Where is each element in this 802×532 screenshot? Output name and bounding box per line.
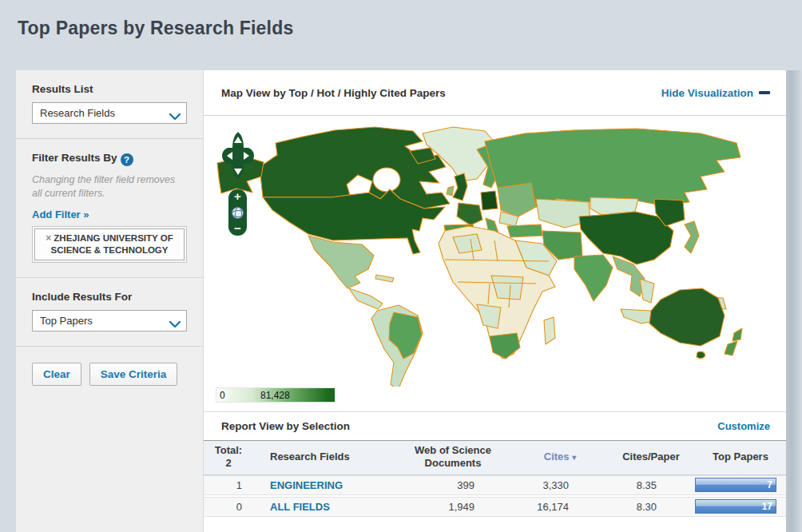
zoom-in-icon[interactable]: + <box>234 191 241 202</box>
column-research-fields: Research Fields <box>253 451 393 463</box>
top-papers-bar[interactable]: 7 <box>695 478 776 492</box>
rank-cell: 1 <box>204 479 253 491</box>
chevron-down-icon <box>169 317 181 332</box>
wos-documents-cell: 1,949 <box>393 501 513 513</box>
cites-cell: 16,174 <box>513 501 607 513</box>
clear-button[interactable]: Clear <box>32 363 81 386</box>
map-header: Map View by Top / Hot / Highly Cited Pap… <box>204 70 786 116</box>
pan-control[interactable] <box>221 130 255 181</box>
table-row: 0 ALL FIELDS 1,949 16,174 8.30 17 <box>204 497 786 517</box>
page-title: Top Papers by Research Fields <box>18 18 293 39</box>
remove-filter-icon[interactable]: × <box>46 232 51 244</box>
include-results-section: Include Results For Top Papers <box>16 278 203 347</box>
map-legend: 0 81,428 <box>216 387 335 403</box>
field-link[interactable]: ENGINEERING <box>253 479 393 491</box>
results-list-select[interactable]: Research Fields <box>32 102 187 124</box>
chevron-down-icon <box>169 109 181 124</box>
world-choropleth-map[interactable] <box>213 119 768 387</box>
main-panel: Map View by Top / Hot / Highly Cited Pap… <box>204 70 786 532</box>
column-top-papers: Top Papers <box>695 451 786 463</box>
top-papers-bar-cell: 17 <box>695 499 786 514</box>
total-header: Total: 2 <box>204 444 253 470</box>
cites-cell: 3,330 <box>513 479 607 491</box>
results-list-label: Results List <box>32 83 187 95</box>
include-results-value: Top Papers <box>40 315 93 327</box>
include-results-select[interactable]: Top Papers <box>32 310 187 332</box>
minus-icon <box>759 91 770 94</box>
save-criteria-button[interactable]: Save Criteria <box>89 363 178 386</box>
table-header-row: Total: 2 Research Fields Web of Science … <box>204 440 786 475</box>
include-results-label: Include Results For <box>32 291 187 303</box>
customize-link[interactable]: Customize <box>717 420 770 432</box>
sort-down-icon: ▾ <box>572 453 576 462</box>
report-table: Total: 2 Research Fields Web of Science … <box>204 440 786 518</box>
field-link[interactable]: ALL FIELDS <box>253 501 393 513</box>
wos-documents-cell: 399 <box>393 479 513 491</box>
column-cites-sort[interactable]: Cites ▾ <box>513 451 607 463</box>
filter-label: Filter Results By? <box>32 152 187 166</box>
results-list-value: Research Fields <box>40 107 115 119</box>
cites-per-paper-cell: 8.35 <box>607 479 695 491</box>
zoom-out-icon[interactable]: − <box>234 223 241 234</box>
report-view-title: Report View by Selection <box>221 420 350 432</box>
panel-edge-shadow <box>786 70 802 532</box>
content-panel: Results List Research Fields Filter Resu… <box>16 70 786 532</box>
map-view-title: Map View by Top / Hot / Highly Cited Pap… <box>221 87 446 99</box>
filter-note: Changing the filter field removes all cu… <box>32 173 187 200</box>
filter-section: Filter Results By? Changing the filter f… <box>16 139 203 278</box>
add-filter-link[interactable]: Add Filter » <box>32 208 89 220</box>
map-controls: + − <box>221 130 256 236</box>
globe-icon[interactable] <box>232 207 244 219</box>
top-papers-bar-cell: 7 <box>695 478 786 492</box>
column-cites-per-paper: Cites/Paper <box>607 451 695 463</box>
legend-max: 81,428 <box>260 390 290 401</box>
cites-per-paper-cell: 8.30 <box>607 501 695 513</box>
zoom-control[interactable]: + − <box>228 189 247 236</box>
hide-visualization-link[interactable]: Hide Visualization <box>661 87 770 99</box>
rank-cell: 0 <box>204 501 253 513</box>
filter-tag[interactable]: ×ZHEJIANG UNIVERSITY OF SCIENCE & TECHNO… <box>34 228 185 261</box>
filter-tag-label: ZHEJIANG UNIVERSITY OF SCIENCE & TECHNOL… <box>51 233 173 256</box>
results-list-section: Results List Research Fields <box>16 70 203 139</box>
report-header: Report View by Selection Customize <box>204 411 786 440</box>
legend-min: 0 <box>220 390 225 401</box>
sidebar-buttons: Clear Save Criteria <box>16 347 203 402</box>
sidebar: Results List Research Fields Filter Resu… <box>16 70 204 532</box>
table-row: 1 ENGINEERING 399 3,330 8.35 7 <box>204 475 786 495</box>
help-icon[interactable]: ? <box>121 153 133 166</box>
filter-tag-container: ×ZHEJIANG UNIVERSITY OF SCIENCE & TECHNO… <box>32 226 187 264</box>
column-wos-documents: Web of Science Documents <box>393 444 513 470</box>
map-visualization[interactable]: + − 0 81,428 <box>204 116 786 411</box>
top-papers-bar[interactable]: 17 <box>695 499 776 514</box>
